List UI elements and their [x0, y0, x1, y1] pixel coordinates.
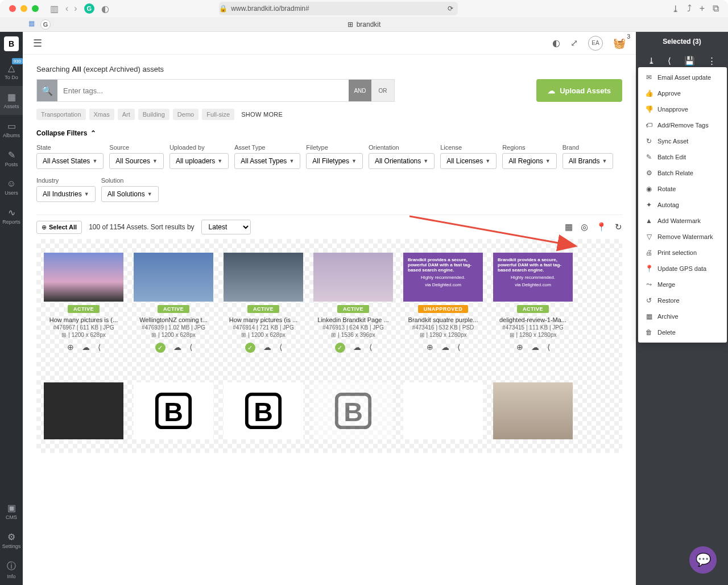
asset-thumbnail[interactable]: [313, 253, 393, 302]
shield-icon[interactable]: ◐: [101, 3, 109, 14]
sidebar-item-todo[interactable]: 930 △ To Do: [0, 57, 23, 86]
filter-dropdown[interactable]: All Brands ▼: [562, 153, 614, 169]
refresh-icon[interactable]: ↻: [615, 222, 622, 232]
asset-thumbnail[interactable]: Brandkit provides a secure, powerful DAM…: [493, 253, 573, 302]
asset-thumbnail[interactable]: [403, 382, 483, 439]
save-selection-icon[interactable]: 💾: [684, 56, 695, 66]
sidebar-item-assets[interactable]: ▦ Assets: [0, 86, 23, 115]
select-asset-button[interactable]: ✓: [335, 343, 345, 353]
present-icon[interactable]: ⤢: [570, 38, 578, 48]
menu-item-delete[interactable]: 🗑Delete: [638, 324, 727, 340]
filter-dropdown[interactable]: All Regions ▼: [502, 153, 557, 169]
menu-item-batch-edit[interactable]: ✎Batch Edit: [638, 149, 727, 165]
tab-title[interactable]: brandkit: [357, 20, 381, 28]
minimize-window-button[interactable]: [20, 5, 27, 12]
menu-item-rotate[interactable]: ◉Rotate: [638, 181, 727, 197]
new-tab-icon[interactable]: +: [700, 3, 705, 14]
hamburger-icon[interactable]: ☰: [33, 37, 42, 50]
search-input[interactable]: [57, 80, 349, 101]
basket-icon[interactable]: 🧺3: [613, 37, 626, 50]
asset-card[interactable]: ACTIVEWellingtonNZ coming t...#476939 | …: [132, 253, 215, 353]
download-asset-button[interactable]: ☁: [82, 343, 90, 352]
menu-icon[interactable]: ▦: [28, 19, 35, 30]
url-bar[interactable]: 🔒 www.brandkit.io/bradmin# ⟳: [219, 2, 458, 15]
tag-chip[interactable]: Full-size: [202, 109, 234, 120]
circle-view-icon[interactable]: ◎: [581, 222, 588, 232]
menu-item-remove-watermark[interactable]: ▽Remove Watermark: [638, 229, 727, 245]
select-asset-button[interactable]: ✓: [155, 343, 166, 353]
asset-card[interactable]: Brandkit provides a secure, powerful DAM…: [402, 253, 485, 353]
tag-chip[interactable]: Demo: [173, 109, 198, 120]
asset-card[interactable]: ACTIVELinkedin Brandkit Page ...#476913 …: [312, 253, 395, 353]
asset-card[interactable]: Brandkit provides a secure, powerful DAM…: [491, 253, 574, 353]
tag-chip[interactable]: Xmas: [89, 109, 114, 120]
filter-dropdown[interactable]: All Licenses ▼: [440, 153, 497, 169]
sidebar-item-posts[interactable]: ✎ Posts: [0, 144, 23, 173]
menu-item-merge[interactable]: ⤳Merge: [638, 277, 727, 292]
filter-dropdown[interactable]: All Filetypes ▼: [306, 153, 363, 169]
menu-item-add-remove-tags[interactable]: 🏷Add/Remove Tags: [638, 117, 727, 133]
sidebar-toggle-icon[interactable]: ▥: [50, 3, 59, 14]
menu-item-add-watermark[interactable]: ▲Add Watermark: [638, 213, 727, 229]
sort-select[interactable]: Latest: [201, 220, 251, 234]
menu-item-autotag[interactable]: ✦Autotag: [638, 197, 727, 213]
sidebar-item-cms[interactable]: ▣ CMS: [0, 497, 23, 526]
sidebar-item-albums[interactable]: ▭ Albums: [0, 115, 23, 144]
share-asset-button[interactable]: ⟨: [98, 343, 101, 352]
forward-button[interactable]: ›: [74, 3, 77, 14]
user-avatar[interactable]: EA: [588, 36, 603, 51]
menu-item-update-gps-data[interactable]: 📍Update GPS data: [638, 261, 727, 277]
share-icon[interactable]: ⤴: [687, 3, 692, 14]
download-asset-button[interactable]: ☁: [263, 343, 271, 353]
asset-thumbnail[interactable]: [134, 253, 213, 302]
share-asset-button[interactable]: ⟨: [547, 343, 550, 352]
close-window-button[interactable]: [9, 5, 16, 12]
upload-assets-button[interactable]: ☁ Upload Assets: [536, 79, 622, 102]
chat-widget[interactable]: 💬: [689, 546, 717, 574]
filter-dropdown[interactable]: All Solutions ▼: [101, 186, 159, 202]
download-icon[interactable]: ⤓: [672, 3, 679, 14]
download-asset-button[interactable]: ☁: [441, 343, 449, 352]
menu-item-email-asset-update[interactable]: ✉Email Asset update: [638, 69, 727, 85]
select-asset-button[interactable]: ⊕: [427, 343, 433, 352]
collapse-filters-toggle[interactable]: Collapse Filters ⌃: [36, 129, 622, 137]
asset-thumbnail[interactable]: B: [224, 382, 303, 439]
share-asset-button[interactable]: ⟨: [369, 343, 372, 353]
tag-chip[interactable]: Art: [118, 109, 135, 120]
filter-dropdown[interactable]: All uploaders ▼: [169, 153, 229, 169]
asset-thumbnail[interactable]: [44, 382, 123, 439]
select-asset-button[interactable]: ⊕: [516, 343, 523, 352]
asset-card[interactable]: [42, 382, 125, 439]
asset-thumbnail[interactable]: B: [134, 382, 213, 439]
asset-card[interactable]: B: [222, 382, 305, 439]
app-logo[interactable]: B: [4, 36, 19, 51]
download-asset-button[interactable]: ☁: [353, 343, 361, 353]
download-asset-button[interactable]: ☁: [173, 343, 181, 353]
asset-thumbnail[interactable]: [493, 382, 573, 439]
map-pin-icon[interactable]: 📍: [596, 222, 607, 232]
asset-thumbnail[interactable]: [44, 253, 123, 302]
sidebar-item-info[interactable]: ⓘ Info: [0, 555, 23, 585]
share-asset-button[interactable]: ⟨: [279, 343, 282, 353]
asset-card[interactable]: [402, 382, 485, 439]
share-selection-icon[interactable]: ⟨: [668, 56, 671, 66]
contrast-icon[interactable]: ◐: [552, 38, 560, 48]
sidebar-item-reports[interactable]: ∿ Reports: [0, 201, 23, 230]
menu-item-approve[interactable]: 👍Approve: [638, 85, 727, 101]
download-selection-icon[interactable]: ⤓: [648, 56, 655, 66]
grid-view-icon[interactable]: ▦: [565, 222, 573, 232]
grammarly-icon[interactable]: G: [84, 3, 94, 14]
sidebar-item-users[interactable]: ☺ Users: [0, 173, 23, 201]
maximize-window-button[interactable]: [32, 5, 39, 12]
share-asset-button[interactable]: ⟨: [457, 343, 460, 352]
select-asset-button[interactable]: ⊕: [67, 343, 74, 352]
asset-card[interactable]: B: [132, 382, 215, 439]
asset-thumbnail[interactable]: B: [313, 382, 393, 439]
sidebar-item-settings[interactable]: ⚙ Settings: [0, 526, 23, 555]
menu-item-sync-asset[interactable]: ↻Sync Asset: [638, 133, 727, 149]
asset-card[interactable]: [491, 382, 574, 439]
back-button[interactable]: ‹: [65, 3, 68, 14]
filter-dropdown[interactable]: All Asset Types ▼: [234, 153, 300, 169]
tag-chip[interactable]: Transportation: [36, 109, 86, 120]
select-asset-button[interactable]: ✓: [245, 343, 255, 353]
